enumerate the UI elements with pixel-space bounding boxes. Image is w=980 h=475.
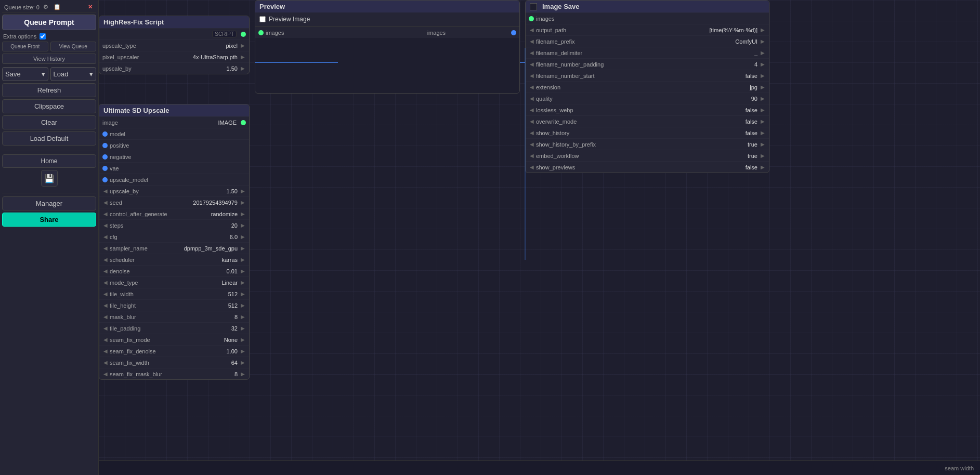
- ultimate-image-row: image IMAGE: [99, 116, 249, 128]
- imgsave-overwrite-left[interactable]: ◀: [529, 118, 535, 124]
- ultimate-seamfixwidth-label: seam_fix_width: [110, 360, 231, 366]
- imgsave-show-history-prefix-arrow[interactable]: ▶: [760, 141, 766, 147]
- highres-upscale-by-arrow[interactable]: ▶: [240, 65, 246, 71]
- ultimate-seamfixmode-left-arrow[interactable]: ◀: [102, 337, 109, 342]
- imgsave-num-start-left[interactable]: ◀: [529, 73, 535, 78]
- ultimate-tilepadding-arrow[interactable]: ▶: [240, 325, 246, 331]
- ultimate-tilewidth-left-arrow[interactable]: ◀: [102, 291, 109, 297]
- imgsave-embed-workflow-left[interactable]: ◀: [529, 153, 535, 159]
- ultimate-denoise-row: ◀ denoise 0.01 ▶: [99, 265, 249, 276]
- ultimate-seed-left-arrow[interactable]: ◀: [102, 200, 109, 205]
- imgsave-show-previews-left[interactable]: ◀: [529, 164, 535, 170]
- queue-badge-button[interactable]: 📋: [52, 3, 62, 11]
- ultimate-steps-left-arrow[interactable]: ◀: [102, 222, 109, 228]
- imgsave-filename-prefix-arrow[interactable]: ▶: [760, 38, 766, 44]
- imgsave-node: Image Save images ◀ output_path [time(%Y…: [525, 0, 769, 173]
- ultimate-denoise-left-arrow[interactable]: ◀: [102, 268, 109, 274]
- ultimate-seed-row: ◀ seed 20179254394979 ▶: [99, 196, 249, 208]
- save-button[interactable]: Save ▾: [2, 67, 48, 81]
- ultimate-seamfixmaskblur-left-arrow[interactable]: ◀: [102, 371, 109, 377]
- imgsave-overwrite-arrow[interactable]: ▶: [760, 118, 766, 124]
- ultimate-steps-arrow[interactable]: ▶: [240, 222, 246, 228]
- ultimate-sampler-left-arrow[interactable]: ◀: [102, 245, 109, 251]
- ultimate-seamfixmode-arrow[interactable]: ▶: [240, 337, 246, 342]
- imgsave-show-history-prefix-row: ◀ show_history_by_prefix true ▶: [526, 138, 769, 150]
- imgsave-embed-workflow-arrow[interactable]: ▶: [760, 153, 766, 159]
- refresh-button[interactable]: Refresh: [2, 83, 96, 97]
- ultimate-upscaleby-arrow[interactable]: ▶: [240, 188, 246, 194]
- ultimate-cfg-arrow[interactable]: ▶: [240, 234, 246, 240]
- queue-front-button[interactable]: Queue Front: [2, 42, 48, 51]
- imgsave-show-history-arrow[interactable]: ▶: [760, 130, 766, 136]
- queue-prompt-button[interactable]: Queue Prompt: [2, 15, 96, 30]
- ultimate-denoise-arrow[interactable]: ▶: [240, 268, 246, 274]
- imgsave-num-padding-value: 4: [754, 61, 757, 68]
- imgsave-filename-prefix-label: filename_prefix: [536, 38, 735, 45]
- imgsave-extension-arrow[interactable]: ▶: [760, 84, 766, 90]
- main-canvas[interactable]: HighRes-Fix Script SCRIPT upscale_type p…: [99, 0, 980, 475]
- clear-button[interactable]: Clear: [2, 115, 96, 129]
- imgsave-output-path-arrow[interactable]: ▶: [760, 27, 766, 33]
- ultimate-tileheight-arrow[interactable]: ▶: [240, 302, 246, 308]
- share-button[interactable]: Share: [2, 213, 96, 227]
- imgsave-filename-delim-left[interactable]: ◀: [529, 50, 535, 56]
- ultimate-seamfixmaskblur-arrow[interactable]: ▶: [240, 371, 246, 377]
- manager-button[interactable]: Manager: [2, 196, 96, 210]
- queue-close-button[interactable]: ✕: [86, 3, 94, 11]
- ultimate-cfg-left-arrow[interactable]: ◀: [102, 234, 109, 240]
- imgsave-show-history-prefix-left[interactable]: ◀: [529, 141, 535, 147]
- ultimate-control-left-arrow[interactable]: ◀: [102, 211, 109, 217]
- ultimate-scheduler-arrow[interactable]: ▶: [240, 257, 246, 262]
- ultimate-seamfixwidth-left-arrow[interactable]: ◀: [102, 360, 109, 365]
- imgsave-header: Image Save: [526, 1, 769, 12]
- imgsave-quality-left[interactable]: ◀: [529, 96, 535, 101]
- imgsave-show-previews-arrow[interactable]: ▶: [760, 164, 766, 170]
- highres-pixel-upscaler-arrow[interactable]: ▶: [240, 54, 246, 60]
- ultimate-tilepadding-left-arrow[interactable]: ◀: [102, 325, 109, 331]
- imgsave-filename-prefix-left[interactable]: ◀: [529, 38, 535, 44]
- ultimate-upscaleby-left-arrow[interactable]: ◀: [102, 188, 109, 194]
- queue-settings-button[interactable]: ⚙: [42, 3, 50, 11]
- imgsave-lossless-arrow[interactable]: ▶: [760, 107, 766, 113]
- ultimate-sampler-arrow[interactable]: ▶: [240, 245, 246, 251]
- ultimate-tilewidth-arrow[interactable]: ▶: [240, 291, 246, 297]
- ultimate-maskblur-left-arrow[interactable]: ◀: [102, 314, 109, 320]
- ultimate-denoise-value: 0.01: [227, 268, 238, 274]
- imgsave-num-padding-arrow[interactable]: ▶: [760, 61, 766, 67]
- imgsave-num-start-arrow[interactable]: ▶: [760, 73, 766, 78]
- imgsave-output-path-left[interactable]: ◀: [529, 27, 535, 33]
- save-icon-button[interactable]: 💾: [41, 170, 58, 187]
- ultimate-tileheight-left-arrow[interactable]: ◀: [102, 302, 109, 308]
- ultimate-image-out-connector: [241, 120, 246, 125]
- ultimate-seamfixmaskblur-value: 8: [234, 371, 238, 377]
- view-history-button[interactable]: View History: [2, 54, 96, 64]
- ultimate-seamfixwidth-arrow[interactable]: ▶: [240, 360, 246, 365]
- imgsave-num-padding-left[interactable]: ◀: [529, 61, 535, 67]
- save-dropdown-arrow: ▾: [42, 70, 45, 78]
- ultimate-vae-row: vae: [99, 162, 249, 174]
- imgsave-show-history-left[interactable]: ◀: [529, 130, 535, 136]
- ultimate-modetype-arrow[interactable]: ▶: [240, 280, 246, 285]
- imgsave-extension-left[interactable]: ◀: [529, 84, 535, 90]
- home-button[interactable]: Home: [2, 154, 96, 168]
- ultimate-seamfixdenoise-left-arrow[interactable]: ◀: [102, 348, 109, 354]
- ultimate-maskblur-label: mask_blur: [110, 314, 234, 320]
- ultimate-seed-arrow[interactable]: ▶: [240, 200, 246, 205]
- highres-upscale-type-arrow[interactable]: ▶: [240, 43, 246, 48]
- preview-image-checkbox[interactable]: [259, 16, 266, 22]
- ultimate-modetype-left-arrow[interactable]: ◀: [102, 280, 109, 285]
- ultimate-seamfixdenoise-arrow[interactable]: ▶: [240, 348, 246, 354]
- imgsave-lossless-left[interactable]: ◀: [529, 107, 535, 113]
- load-button[interactable]: Load ▾: [50, 67, 97, 81]
- ultimate-control-arrow[interactable]: ▶: [240, 211, 246, 217]
- load-default-button[interactable]: Load Default: [2, 131, 96, 146]
- view-queue-button[interactable]: View Queue: [50, 42, 97, 51]
- extra-options-checkbox[interactable]: [40, 33, 46, 39]
- imgsave-show-previews-row: ◀ show_previews false ▶: [526, 161, 769, 173]
- clipspace-button[interactable]: Clipspace: [2, 99, 96, 113]
- queue-row: Queue Front View Queue: [2, 42, 96, 51]
- ultimate-maskblur-arrow[interactable]: ▶: [240, 314, 246, 320]
- ultimate-scheduler-left-arrow[interactable]: ◀: [102, 257, 109, 262]
- imgsave-quality-arrow[interactable]: ▶: [760, 96, 766, 101]
- imgsave-filename-delim-arrow[interactable]: ▶: [760, 50, 766, 56]
